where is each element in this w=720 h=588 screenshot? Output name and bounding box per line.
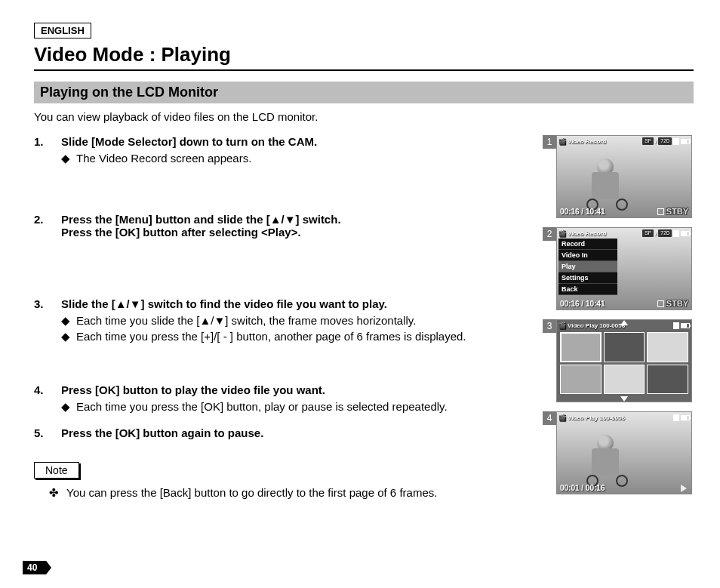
step-number: 1.	[34, 135, 61, 166]
battery-icon	[681, 323, 690, 328]
play-icon	[681, 485, 687, 492]
quality-badge: SF	[642, 137, 654, 145]
screenshot-badge: 2	[543, 227, 556, 241]
folder-id: 100-0056	[599, 414, 625, 421]
step-head: Press the [OK] button again to pause.	[61, 426, 534, 439]
camera-icon: 🎬	[558, 230, 566, 237]
page-number: 40	[23, 561, 51, 574]
menu-item-back[interactable]: Back	[558, 284, 617, 295]
stop-icon	[657, 208, 664, 215]
bullet-text: Each time you slide the [▲/▼] switch, th…	[76, 313, 416, 328]
bullet-text: Each time you press the [+]/[ - ] button…	[76, 329, 466, 344]
screenshot-4: 4 🎬 Video Play 100-0056 00:01 / 0	[543, 411, 694, 494]
separator: /	[655, 230, 657, 237]
note-line: ✤ You can press the [Back] button to go …	[34, 486, 534, 500]
nav-up-icon[interactable]	[620, 320, 628, 325]
steps-column: 1. Slide [Mode Selector] down to turn on…	[34, 135, 534, 500]
menu-item-video-in[interactable]: Video In	[558, 250, 617, 261]
timecode: 00:01 / 00:16	[560, 484, 605, 492]
language-tag: ENGLISH	[34, 23, 91, 38]
step-number: 5.	[34, 426, 61, 439]
step-head: Slide [Mode Selector] down to turn on th…	[61, 135, 534, 148]
thumbnail[interactable]	[647, 332, 688, 362]
status-stby: STBY	[657, 207, 688, 216]
step-5: 5. Press the [OK] button again to pause.	[34, 426, 534, 439]
timecode: 00:16 / 10:41	[560, 300, 605, 308]
diamond-icon: ◆	[61, 313, 73, 328]
camera-icon: 🎬	[558, 414, 566, 421]
stop-icon	[657, 300, 664, 307]
intro-text: You can view playback of video files on …	[34, 110, 694, 123]
separator: /	[655, 138, 657, 145]
step-number: 4.	[34, 383, 61, 414]
step-head: Press the [Menu] button and slide the [▲…	[61, 213, 534, 226]
thumbnail-grid	[560, 332, 688, 394]
thumbnail[interactable]	[560, 332, 602, 362]
step-2: 2. Press the [Menu] button and slide the…	[34, 213, 534, 239]
step-number: 2.	[34, 213, 61, 239]
step-head: Press the [OK] button after selecting <P…	[61, 226, 534, 239]
battery-icon	[681, 139, 690, 144]
screenshots-column: 1 🎬 Video Record SF / 720	[543, 135, 694, 500]
camera-icon: 🎬	[558, 138, 566, 145]
diamond-icon: ◆	[61, 399, 73, 414]
bullet-text: Each time you press the [OK] button, pla…	[76, 399, 448, 414]
screenshot-badge: 3	[543, 319, 556, 333]
quality-badge: SF	[642, 229, 654, 237]
cross-icon: ✤	[49, 486, 59, 500]
memory-card-icon	[673, 322, 679, 329]
nav-down-icon[interactable]	[620, 396, 628, 402]
screenshot-3: 3 🎬 Video Play 100-0056	[543, 319, 694, 402]
menu-item-settings[interactable]: Settings	[558, 272, 617, 284]
step-1: 1. Slide [Mode Selector] down to turn on…	[34, 135, 534, 166]
thumbnail[interactable]	[560, 365, 602, 395]
timecode: 00:16 / 10:41	[560, 208, 605, 216]
screen-title: Video Play	[568, 322, 598, 329]
page-title: Video Mode : Playing	[34, 43, 694, 71]
menu-item-play[interactable]: Play	[558, 261, 617, 272]
menu-item-record[interactable]: Record	[558, 239, 617, 250]
section-subtitle: Playing on the LCD Monitor	[34, 82, 694, 104]
step-head: Press [OK] button to play the video file…	[61, 383, 534, 396]
screenshot-1: 1 🎬 Video Record SF / 720	[543, 135, 694, 218]
memory-card-icon	[673, 138, 679, 145]
screen-title: Video Play	[568, 414, 598, 421]
note-label: Note	[34, 462, 79, 479]
memory-card-icon	[673, 230, 679, 237]
memory-card-icon	[673, 414, 679, 421]
screen-title: Video Record	[568, 230, 606, 237]
resolution-badge: 720	[658, 229, 672, 237]
step-number: 3.	[34, 297, 61, 344]
status-stby: STBY	[657, 299, 688, 308]
content-columns: 1. Slide [Mode Selector] down to turn on…	[34, 135, 694, 500]
battery-icon	[681, 415, 690, 420]
step-4: 4. Press [OK] button to play the video f…	[34, 383, 534, 414]
thumbnail[interactable]	[604, 332, 645, 362]
photo-subject	[592, 448, 619, 476]
screenshot-2: 2 🎬 Video Record SF / 720	[543, 227, 694, 310]
bullet-text: The Video Record screen appears.	[76, 151, 251, 166]
menu-panel: Record Video In Play Settings Back	[558, 239, 617, 295]
thumbnail[interactable]	[604, 365, 645, 395]
screen-title: Video Record	[568, 138, 606, 145]
resolution-badge: 720	[658, 137, 672, 145]
battery-icon	[681, 231, 690, 236]
thumbnail[interactable]	[647, 365, 688, 395]
photo-subject	[592, 172, 619, 199]
screenshot-badge: 1	[543, 135, 556, 149]
step-head: Slide the [▲/▼] switch to find the video…	[61, 297, 534, 310]
screenshot-badge: 4	[543, 411, 556, 425]
note-text: You can press the [Back] button to go di…	[66, 486, 437, 500]
step-3: 3. Slide the [▲/▼] switch to find the vi…	[34, 297, 534, 344]
diamond-icon: ◆	[61, 151, 73, 166]
camera-icon: 🎬	[558, 322, 566, 329]
diamond-icon: ◆	[61, 329, 73, 344]
